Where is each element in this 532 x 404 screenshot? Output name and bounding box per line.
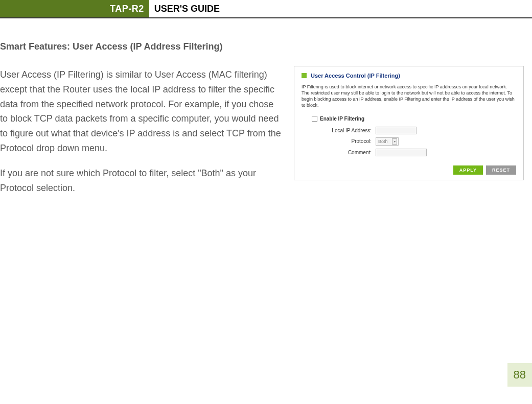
enable-filtering-row: Enable IP Filtering: [302, 116, 516, 122]
protocol-label: Protocol:: [302, 138, 376, 144]
comment-input[interactable]: [376, 149, 427, 156]
reset-button[interactable]: RESET: [486, 165, 516, 175]
page-number: 88: [507, 363, 532, 387]
panel-marker-icon: [302, 73, 307, 78]
comment-row: Comment:: [302, 149, 516, 156]
protocol-row: Protocol: Both ▾: [302, 137, 516, 146]
ip-address-input[interactable]: [376, 127, 417, 134]
section-title: Smart Features: User Access (IP Address …: [0, 41, 281, 52]
panel-column: User Access Control (IP Filtering) IP Fi…: [294, 41, 524, 205]
protocol-value: Both: [378, 139, 388, 144]
ip-address-row: Local IP Address:: [302, 127, 516, 134]
guide-title: USER'S GUIDE: [149, 0, 220, 17]
enable-filtering-label: Enable IP Filtering: [320, 116, 364, 122]
document-header: TAP-R2 USER'S GUIDE: [0, 0, 532, 18]
text-column: Smart Features: User Access (IP Address …: [0, 41, 281, 205]
dropdown-arrow-icon: ▾: [392, 138, 397, 145]
apply-button[interactable]: APPLY: [453, 165, 483, 175]
paragraph-2: If you are not sure which Protocol to fi…: [0, 166, 281, 196]
content-area: Smart Features: User Access (IP Address …: [0, 18, 532, 205]
comment-label: Comment:: [302, 150, 376, 155]
panel-header: User Access Control (IP Filtering): [302, 73, 516, 79]
ip-address-label: Local IP Address:: [302, 128, 376, 133]
panel-description: IP Filtering is used to block internet o…: [302, 84, 516, 109]
enable-filtering-checkbox[interactable]: [312, 116, 317, 122]
panel-title: User Access Control (IP Filtering): [311, 73, 400, 79]
paragraph-1: User Access (IP Filtering) is similar to…: [0, 67, 281, 156]
product-label: TAP-R2: [0, 0, 149, 17]
protocol-select[interactable]: Both ▾: [376, 137, 399, 146]
settings-panel: User Access Control (IP Filtering) IP Fi…: [294, 66, 524, 180]
button-row: APPLY RESET: [302, 165, 516, 175]
